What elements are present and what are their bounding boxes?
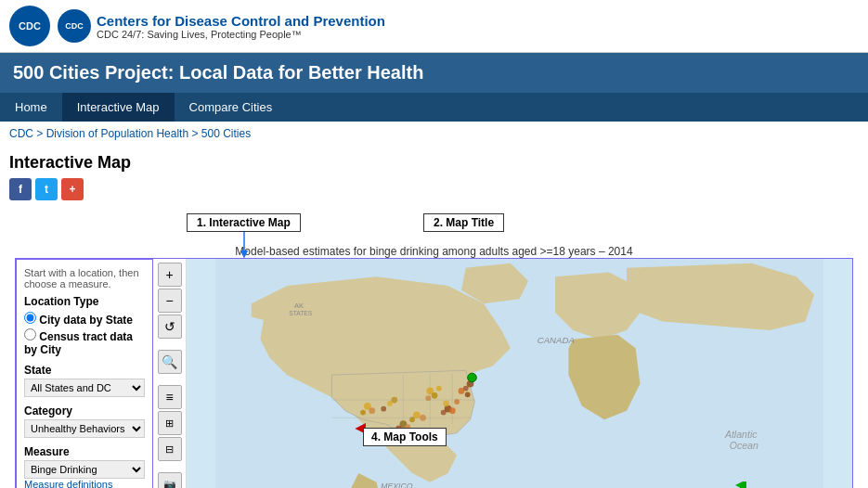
nav-compare-cities[interactable]: Compare Cities: [175, 93, 288, 122]
location-type-label: Location Type: [24, 295, 145, 308]
location-type-group: Location Type City data by State Census …: [24, 295, 145, 356]
zoom-in-button[interactable]: +: [158, 263, 182, 287]
camera-button[interactable]: 📷: [158, 472, 182, 488]
svg-point-4: [459, 388, 465, 394]
state-group: State All States and DC: [24, 364, 145, 397]
breadcrumb-cdc[interactable]: CDC: [9, 127, 33, 140]
svg-text:CANADA: CANADA: [538, 335, 575, 345]
svg-text:AK: AK: [294, 302, 304, 310]
breadcrumb-500cities[interactable]: 500 Cities: [201, 127, 251, 140]
radio-census-label: Census tract data by City: [24, 330, 133, 356]
page-heading: Interactive Map: [9, 153, 859, 173]
svg-point-24: [381, 406, 386, 412]
svg-point-5: [465, 392, 471, 397]
googleplus-button[interactable]: +: [61, 178, 84, 200]
nav-bar: Home Interactive Map Compare Cities: [0, 93, 868, 122]
twitter-button[interactable]: t: [35, 178, 58, 200]
annotation-interactive-map: 1. Interactive Map: [187, 213, 301, 232]
svg-text:Ocean: Ocean: [730, 440, 758, 451]
cdc-tagline: CDC 24/7: Saving Lives, Protecting Peopl…: [97, 29, 385, 40]
svg-text:Atlantic: Atlantic: [724, 429, 758, 440]
facebook-button[interactable]: f: [9, 178, 32, 200]
reset-button[interactable]: ↺: [158, 315, 182, 339]
table-button[interactable]: ⊟: [158, 437, 182, 461]
measure-select[interactable]: Binge Drinking: [24, 460, 145, 479]
svg-point-26: [443, 401, 449, 407]
svg-text:STATES: STATES: [289, 310, 313, 316]
svg-point-27: [468, 373, 477, 382]
cdc-header: CDC CDC Centers for Disease Control and …: [0, 0, 868, 53]
map-area[interactable]: CANADA MEXICO City Pacific Ocean Atlanti…: [187, 259, 852, 488]
breadcrumb: CDC > Division of Population Health > 50…: [0, 122, 868, 146]
left-panel: Start with a location, then choose a mea…: [16, 259, 153, 488]
cdc-org-name: Centers for Disease Control and Preventi…: [97, 13, 385, 29]
category-select[interactable]: Unhealthy Behaviors: [24, 419, 145, 438]
svg-point-18: [360, 410, 366, 416]
cdc-logo: CDC: [9, 6, 50, 46]
radio-city[interactable]: City data by State: [24, 312, 145, 327]
body-layout: Start with a location, then choose a mea…: [15, 258, 853, 488]
measure-label: Measure: [24, 445, 145, 458]
svg-text:MEXICO: MEXICO: [381, 482, 412, 488]
nav-interactive-map[interactable]: Interactive Map: [62, 93, 175, 122]
left-panel-intro: Start with a location, then choose a mea…: [24, 267, 145, 289]
svg-point-17: [369, 407, 375, 414]
zoom-out-button[interactable]: −: [158, 289, 182, 313]
annotations-row: 1. Interactive Map 2. Map Title Model-ba…: [15, 210, 853, 258]
radio-census-input[interactable]: [24, 328, 36, 340]
page-title: 500 Cities Project: Local Data for Bette…: [13, 62, 423, 83]
svg-point-11: [441, 410, 447, 416]
measure-definitions-link[interactable]: Measure definitions: [24, 479, 145, 488]
radio-city-input[interactable]: [24, 312, 36, 324]
category-group: Category Unhealthy Behaviors: [24, 405, 145, 438]
search-button[interactable]: 🔍: [158, 350, 182, 374]
page-title-bar: 500 Cities Project: Local Data for Bette…: [0, 53, 868, 93]
radio-census[interactable]: Census tract data by City: [24, 328, 145, 356]
grid-button[interactable]: ⊞: [158, 411, 182, 435]
svg-point-7: [432, 392, 438, 399]
main-content: Interactive Map f t + 1. Interactive Map…: [0, 146, 868, 488]
svg-point-9: [436, 386, 442, 392]
state-select[interactable]: All States and DC: [24, 379, 145, 397]
measure-group: Measure Binge Drinking Measure definitio…: [24, 445, 145, 488]
annotation-map-title: 2. Map Title: [423, 213, 504, 232]
breadcrumb-division[interactable]: Division of Population Health: [46, 127, 188, 140]
list-button[interactable]: ≡: [158, 385, 182, 409]
annotation-map-tools: 4. Map Tools: [363, 428, 447, 446]
nav-home[interactable]: Home: [0, 93, 62, 122]
category-label: Category: [24, 405, 145, 417]
map-svg: CANADA MEXICO City Pacific Ocean Atlanti…: [187, 259, 852, 488]
radio-city-label: City data by State: [39, 314, 133, 327]
state-label: State: [24, 364, 145, 377]
map-tools-column: + − ↺ 🔍 ≡ ⊞ ⊟ 📷: [153, 259, 187, 488]
map-subtitle: Model-based estimates for binge drinking…: [15, 245, 853, 258]
radio-group: City data by State Census tract data by …: [24, 312, 145, 356]
social-icons: f t +: [9, 178, 859, 200]
